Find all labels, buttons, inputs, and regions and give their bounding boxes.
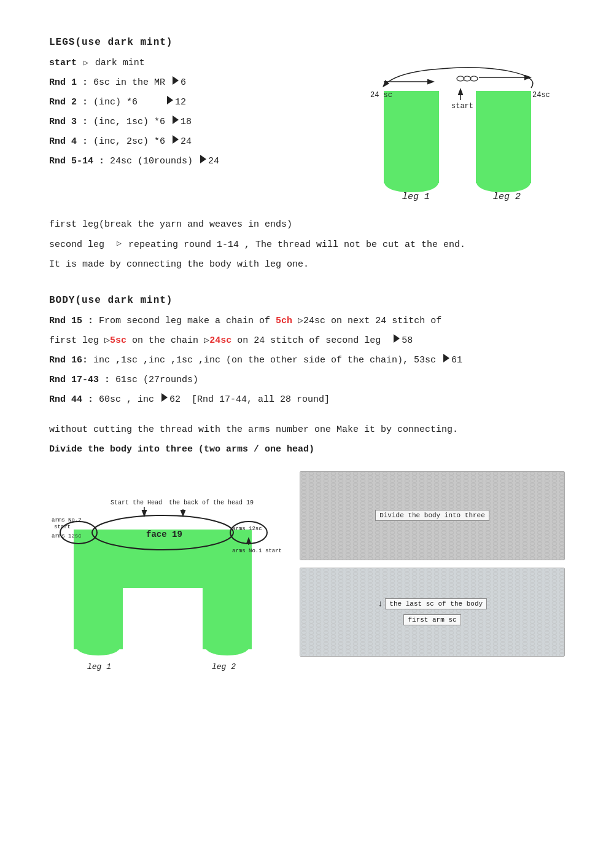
rnd3-count: 18: [181, 113, 192, 131]
body-shape-svg: Start the Head the back of the head 19 a…: [49, 471, 282, 698]
photo-first-arm: ↓ the last sc of the body first arm sc: [300, 568, 565, 657]
svg-text:24sc: 24sc: [532, 91, 550, 100]
body-section: BODY(use dark mint) Rnd 15 : From second…: [49, 295, 565, 702]
svg-point-9: [470, 76, 478, 81]
rnd514-line: Rnd 5-14 : 24sc (10rounds) 24: [49, 152, 332, 171]
rnd4-label: Rnd 4 :: [49, 133, 93, 151]
rnd1743-text: 61sc (27rounds): [115, 371, 198, 389]
svg-text:arms No.1 start: arms No.1 start: [232, 548, 282, 554]
rnd4-text: (inc, 2sc) *6: [93, 133, 171, 151]
body-instructions: Rnd 15 : From second leg make a chain of…: [49, 312, 565, 409]
rnd2-count: 12: [175, 93, 186, 112]
rnd3-text: (inc, 1sc) *6: [93, 113, 171, 131]
svg-text:arms 12sc: arms 12sc: [232, 526, 262, 532]
triangle-note2: ▷: [117, 237, 122, 252]
svg-text:leg 2: leg 2: [212, 662, 236, 671]
photo2-inner: ↓ the last sc of the body first arm sc: [300, 568, 564, 656]
rnd44-count: 62: [169, 391, 192, 409]
start-line: start ▷ dark mint: [49, 54, 332, 72]
svg-point-8: [464, 76, 471, 81]
rnd4-line: Rnd 4 : (inc, 2sc) *6 24: [49, 133, 332, 151]
rnd2-label: Rnd 2 :: [49, 93, 93, 112]
rnd1743-label: Rnd 17-43 :: [49, 371, 115, 389]
rnd44-label: Rnd 44 :: [49, 391, 99, 409]
svg-text:leg 1: leg 1: [402, 192, 430, 201]
rnd1743-line: Rnd 17-43 : 61sc (27rounds): [49, 371, 565, 389]
rnd15-arrow: [394, 334, 400, 343]
triangle-outline-start: ▷: [84, 55, 88, 71]
svg-text:start: start: [451, 102, 473, 111]
rnd16-line: Rnd 16: inc ,1sc ,inc ,1sc ,inc (on the …: [49, 351, 565, 370]
photo2-label: first arm sc: [403, 614, 460, 625]
note2: second leg ▷ repeating round 1-14 , The …: [49, 237, 565, 254]
rnd15-count: 58: [402, 332, 413, 350]
body-title: BODY(use dark mint): [49, 295, 565, 306]
legs-text: start ▷ dark mint Rnd 1 : 6sc in the MR …: [49, 54, 332, 172]
rnd16-label: Rnd 16:: [49, 351, 93, 370]
rnd2-arrow: [167, 96, 173, 104]
rnd44-text: 60sc , inc: [99, 391, 160, 409]
svg-text:the back of the head 19: the back of the head 19: [169, 499, 254, 506]
rnd514-text: 24sc (10rounds): [110, 152, 198, 171]
rnd4-arrow: [173, 135, 179, 144]
gap1: [49, 276, 565, 295]
rnd16-count: 61: [451, 351, 462, 370]
start-yarn: dark mint: [90, 54, 145, 72]
svg-text:arms 12sc: arms 12sc: [52, 533, 82, 539]
rnd1-count: 6: [181, 74, 186, 92]
rnd15-end: on 24 stitch of second leg: [231, 332, 392, 350]
rnd1-text: 6sc in the MR: [93, 74, 171, 92]
photo1-inner: Divide the body into three: [300, 472, 564, 560]
svg-text:face 19: face 19: [146, 530, 182, 539]
rnd514-count: 24: [208, 152, 219, 171]
svg-text:start: start: [54, 524, 71, 530]
legs-instructions-block: start ▷ dark mint Rnd 1 : 6sc in the MR …: [49, 54, 565, 201]
svg-text:arms No.2: arms No.2: [52, 517, 82, 523]
rnd1-label: Rnd 1 :: [49, 74, 93, 92]
rnd514-label: Rnd 5-14 :: [49, 152, 110, 171]
body-diagram-right: Divide the body into three: [300, 471, 565, 657]
rnd4-count: 24: [181, 133, 192, 151]
rnd16-text: inc ,1sc ,inc ,1sc ,inc (on the other si…: [93, 351, 441, 370]
gap2: [49, 410, 565, 421]
rnd514-arrow: [200, 155, 206, 163]
second-leg-bold: second leg: [49, 240, 110, 250]
start-label: start: [49, 54, 82, 72]
leg-diagram-svg: 24 sc 24sc start leg 1 leg 2: [365, 60, 556, 201]
legs-section: LEGS(use dark mint) start ▷ dark mint Rn…: [49, 37, 565, 274]
rnd15-line2: first leg ▷ 5sc on the chain ▷ 24sc on 2…: [49, 332, 565, 350]
body-note1: without cutting the thread with the arms…: [49, 421, 565, 439]
svg-text:leg 1: leg 1: [87, 662, 111, 671]
note3: It is made by connecting the body with l…: [49, 256, 565, 274]
rnd15-5ch: 5ch: [276, 312, 292, 330]
svg-rect-15: [123, 588, 203, 649]
rnd15-line: Rnd 15 : From second leg make a chain of…: [49, 312, 565, 330]
svg-text:24 sc: 24 sc: [370, 91, 392, 100]
photo2-arrow-label: the last sc of the body: [385, 598, 487, 609]
rnd3-line: Rnd 3 : (inc, 1sc) *6 18: [49, 113, 332, 131]
rnd15-24sc: 24sc: [209, 332, 231, 350]
photo1-label: Divide the body into three: [375, 510, 489, 521]
svg-point-7: [457, 76, 464, 81]
rnd3-label: Rnd 3 :: [49, 113, 93, 131]
rnd1-line: Rnd 1 : 6sc in the MR 6: [49, 74, 332, 92]
rnd44-line: Rnd 44 : 60sc , inc 62 [Rnd 17-44, all 2…: [49, 391, 565, 409]
rnd44-bracket: [Rnd 17-44, all 28 round]: [192, 391, 330, 409]
rnd3-arrow: [173, 115, 179, 124]
photo-divide-body: Divide the body into three: [300, 471, 565, 560]
rnd44-arrow: [161, 393, 168, 402]
leg-diagram: 24 sc 24sc start leg 1 leg 2: [356, 54, 565, 201]
legs-title: LEGS(use dark mint): [49, 37, 565, 48]
body-note2: Divide the body into three (two arms / o…: [49, 441, 565, 459]
svg-text:leg 2: leg 2: [493, 192, 521, 201]
rnd2-text: (inc) *6: [93, 93, 165, 112]
rnd15-5sc: 5sc: [110, 332, 126, 350]
rnd16-arrow: [443, 354, 449, 362]
rnd15-text1: From second leg make a chain of: [99, 312, 276, 330]
rnd15-text2: first leg ▷: [49, 332, 110, 350]
body-diagram-left: Start the Head the back of the head 19 a…: [49, 471, 282, 702]
svg-text:Start the Head: Start the Head: [111, 499, 162, 506]
body-diagram-section: Start the Head the back of the head 19 a…: [49, 471, 565, 702]
rnd15-mid2: on the chain ▷: [126, 332, 209, 350]
note1: first leg(break the yarn and weaves in e…: [49, 216, 565, 234]
